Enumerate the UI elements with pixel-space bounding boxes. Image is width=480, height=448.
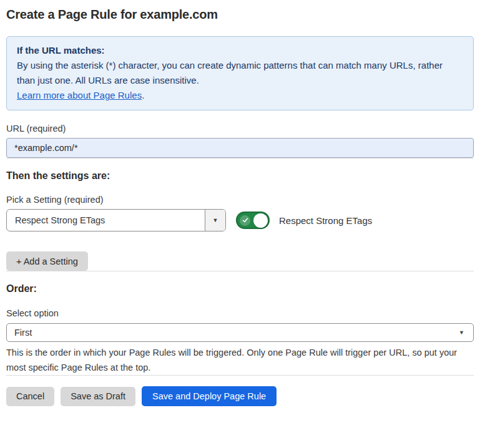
pick-setting-label: Pick a Setting (required) bbox=[6, 195, 474, 205]
section-divider bbox=[6, 158, 474, 158]
save-deploy-button[interactable]: Save and Deploy Page Rule bbox=[142, 386, 277, 406]
save-draft-button[interactable]: Save as Draft bbox=[61, 387, 135, 406]
setting-select-value: Respect Strong ETags bbox=[7, 210, 205, 231]
setting-toggle-group: Respect Strong ETags bbox=[236, 212, 372, 229]
toggle-label: Respect Strong ETags bbox=[279, 215, 372, 226]
order-help-text: This is the order in which your Page Rul… bbox=[6, 345, 471, 375]
add-setting-button[interactable]: + Add a Setting bbox=[6, 251, 88, 271]
url-input[interactable] bbox=[6, 138, 474, 158]
settings-heading: Then the settings are: bbox=[6, 170, 474, 182]
order-select[interactable]: First ▼ bbox=[6, 323, 474, 342]
toggle-knob bbox=[253, 213, 268, 228]
info-box-body: By using the asterisk (*) character, you… bbox=[17, 58, 463, 88]
checkmark-icon bbox=[240, 215, 250, 226]
page-title: Create a Page Rule for example.com bbox=[6, 7, 474, 22]
url-match-info-box: If the URL matches: By using the asteris… bbox=[6, 36, 474, 110]
learn-more-link[interactable]: Learn more about Page Rules bbox=[17, 90, 142, 100]
order-select-arrow: ▼ bbox=[459, 324, 473, 341]
setting-toggle[interactable] bbox=[236, 212, 270, 229]
section-divider bbox=[6, 271, 474, 271]
order-heading: Order: bbox=[6, 283, 474, 295]
info-box-link-line: Learn more about Page Rules. bbox=[17, 88, 463, 103]
section-divider bbox=[6, 375, 474, 376]
form-actions: Cancel Save as Draft Save and Deploy Pag… bbox=[6, 386, 474, 406]
link-period: . bbox=[142, 90, 144, 100]
page-rule-form: Create a Page Rule for example.com If th… bbox=[0, 0, 480, 406]
order-select-value: First bbox=[7, 324, 459, 341]
info-box-heading: If the URL matches: bbox=[17, 43, 463, 58]
chevron-down-icon: ▼ bbox=[213, 218, 218, 223]
order-select-label: Select option bbox=[6, 308, 474, 318]
chevron-down-icon: ▼ bbox=[459, 330, 464, 336]
cancel-button[interactable]: Cancel bbox=[6, 387, 54, 406]
url-label: URL (required) bbox=[6, 124, 474, 134]
setting-select-arrow-button[interactable]: ▼ bbox=[205, 210, 225, 231]
setting-select[interactable]: Respect Strong ETags ▼ bbox=[6, 209, 226, 231]
setting-row: Respect Strong ETags ▼ Respect Strong ET… bbox=[6, 209, 474, 231]
